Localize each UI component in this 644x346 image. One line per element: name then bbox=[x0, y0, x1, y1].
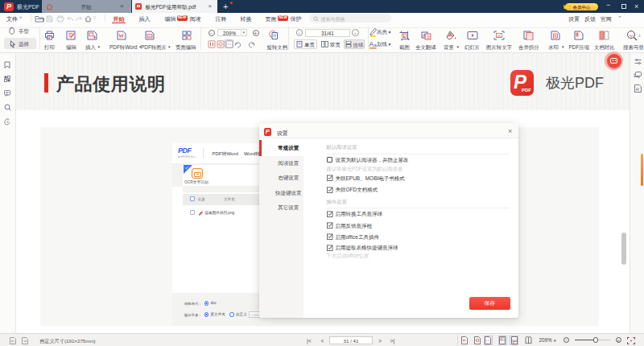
svg-text:文: 文 bbox=[427, 35, 431, 39]
svg-text:AI: AI bbox=[635, 88, 638, 92]
svg-text:A: A bbox=[369, 39, 374, 47]
